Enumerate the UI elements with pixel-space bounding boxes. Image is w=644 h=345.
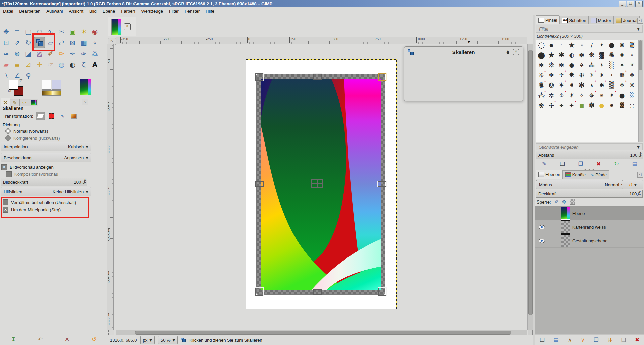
tab-muster[interactable]: Muster: [589, 16, 614, 24]
lower-layer-button[interactable]: ∨: [581, 337, 585, 343]
reset-tool-options-button[interactable]: ↺: [92, 336, 96, 343]
brush-item[interactable]: ❊✶: [556, 90, 567, 100]
brush-item[interactable]: ●: [567, 60, 577, 70]
duplicate-layer-button[interactable]: ❐: [594, 337, 598, 343]
brush-item[interactable]: ✸: [567, 70, 577, 80]
transform-path-button[interactable]: ∿: [58, 112, 67, 120]
tool-pencil[interactable]: ✏: [56, 48, 67, 59]
brush-item[interactable]: ●: [546, 40, 556, 50]
menu-ebene[interactable]: Ebene: [100, 8, 118, 14]
tab-undo-history[interactable]: ↩: [19, 99, 29, 106]
tool-handle-transform[interactable]: ⌖: [89, 37, 100, 48]
layer-opacity-slider[interactable]: Deckkraft 100,0: [536, 190, 643, 198]
tab-kanaele[interactable]: Kanäle: [563, 170, 588, 179]
tab-ebenen[interactable]: Ebenen: [536, 170, 563, 179]
duplicate-brush-button[interactable]: ❐: [578, 161, 583, 167]
brush-item[interactable]: ✽: [577, 50, 587, 60]
image-tab[interactable]: ✕: [108, 17, 136, 36]
delete-tool-preset-button[interactable]: ✕: [65, 336, 69, 343]
brush-item[interactable]: ▓: [597, 50, 607, 60]
brush-item[interactable]: ✶: [617, 60, 627, 70]
refresh-brushes-button[interactable]: ↻: [614, 161, 619, 167]
brush-tags-input[interactable]: Stichworte eingeben ▼: [536, 143, 643, 150]
navigation-button[interactable]: [528, 330, 533, 335]
brush-item[interactable]: ◌: [627, 100, 637, 110]
brush-item[interactable]: ✤: [546, 70, 556, 80]
menu-filter[interactable]: Filter: [166, 8, 182, 14]
tool-align[interactable]: ≡: [12, 26, 23, 37]
radio-normal-forward[interactable]: Normal (vorwärts): [5, 128, 48, 134]
lock-alpha-icon[interactable]: [570, 199, 575, 205]
lock-position-icon[interactable]: ✥: [562, 199, 566, 205]
scale-dialog[interactable]: Skalieren ▲ ✕: [404, 46, 523, 101]
brush-item[interactable]: ★: [567, 40, 577, 50]
brush-item[interactable]: ▒: [627, 40, 637, 50]
visibility-eye-icon[interactable]: [539, 225, 545, 229]
brush-item[interactable]: ✳: [597, 90, 607, 100]
brush-item[interactable]: ❀: [536, 100, 546, 110]
brush-item[interactable]: ❋: [627, 80, 637, 90]
transform-handle-top-right[interactable]: [378, 73, 386, 81]
tool-unified-transform[interactable]: ⇗: [12, 37, 23, 48]
delete-brush-button[interactable]: ✖: [596, 161, 601, 167]
tool-crop[interactable]: ⊡: [1, 37, 12, 48]
tool-select-by-color[interactable]: ◉: [89, 26, 100, 37]
brush-item[interactable]: ▬: [577, 40, 587, 50]
raise-layer-button[interactable]: ∧: [568, 337, 572, 343]
title-bar[interactable]: *[70x120mm_Kartenvorlage] (importiert)-1…: [0, 0, 644, 7]
menu-werkzeuge[interactable]: Werkzeuge: [138, 8, 166, 14]
tab-pinsel[interactable]: Pinsel: [536, 15, 559, 24]
brush-grid-scrollbar[interactable]: [639, 40, 643, 142]
transform-handle-middle-right[interactable]: [378, 181, 386, 187]
brush-item[interactable]: ◐: [567, 50, 577, 60]
brush-item[interactable]: ✽: [627, 70, 637, 80]
restore-tool-preset-button[interactable]: ↶: [38, 336, 43, 343]
open-brush-as-image-button[interactable]: ▤: [632, 161, 637, 167]
brush-item[interactable]: ✻: [577, 80, 587, 90]
dockable-menu-button[interactable]: ◁: [82, 99, 88, 105]
visibility-eye-icon[interactable]: [539, 239, 545, 243]
vertical-scrollbar-thumb[interactable]: [528, 50, 533, 315]
horizontal-ruler[interactable]: ▼ -750-500-2500250500750100012501500: [116, 37, 527, 44]
horizontal-scrollbar[interactable]: [116, 330, 527, 335]
brush-item[interactable]: ◌: [536, 40, 546, 50]
tool-airbrush[interactable]: ⁂: [89, 48, 100, 59]
brush-item[interactable]: ✼: [536, 60, 546, 70]
mode-switch-button[interactable]: ↺ ▼: [622, 180, 643, 189]
brush-item[interactable]: ✦: [597, 40, 607, 50]
tool-perspective-clone[interactable]: ⊿: [23, 59, 34, 70]
brush-item[interactable]: ✦✶: [567, 100, 577, 110]
brush-item[interactable]: ✦: [607, 70, 617, 80]
brush-item[interactable]: ✴: [567, 90, 577, 100]
brush-item[interactable]: ✲: [577, 60, 587, 70]
tool-heal[interactable]: ✚: [34, 59, 45, 70]
tool-perspective[interactable]: ▦: [78, 37, 89, 48]
unit-dropdown[interactable]: px ▼: [140, 336, 155, 344]
layer-mode-dropdown[interactable]: Modus Normal▼: [536, 180, 627, 189]
transform-layer-button[interactable]: [36, 112, 45, 120]
layer-row[interactable]: Kartenrand weiss: [535, 220, 644, 234]
brush-item[interactable]: ✷✶: [607, 90, 617, 100]
brush-item[interactable]: ✹: [617, 50, 627, 60]
brush-item[interactable]: ∕: [587, 40, 597, 50]
canvas-page[interactable]: [246, 60, 396, 309]
brush-item[interactable]: ✱: [556, 50, 567, 60]
tool-scissors-select[interactable]: ✂: [56, 26, 67, 37]
transform-selection-button[interactable]: [47, 112, 56, 120]
tool-mypaint-brush[interactable]: ✑: [78, 48, 89, 59]
zoom-dropdown[interactable]: 50 % ▼: [158, 336, 178, 344]
brush-item[interactable]: ⁂✶: [536, 90, 546, 100]
brush-item[interactable]: ❂: [546, 80, 556, 90]
tool-ink[interactable]: ✒: [67, 48, 78, 59]
tool-smudge[interactable]: ☞: [45, 59, 56, 70]
brush-item[interactable]: ✲: [546, 90, 556, 100]
transform-handle-top-middle[interactable]: [313, 74, 322, 80]
tab-schriften[interactable]: AaSchriften: [559, 16, 588, 24]
horizontal-scrollbar-thumb[interactable]: [135, 331, 511, 335]
transform-pivot-handle[interactable]: [311, 179, 323, 188]
tool-warp-transform[interactable]: ≈: [1, 48, 12, 59]
brush-item[interactable]: ■: [577, 100, 587, 110]
around-center-checkbox[interactable]: Um den Mittelpunkt (Strg): [3, 207, 61, 213]
spacing-slider[interactable]: Abstand 100,0: [536, 151, 643, 159]
tab-tool-options[interactable]: ⚒: [1, 98, 10, 106]
